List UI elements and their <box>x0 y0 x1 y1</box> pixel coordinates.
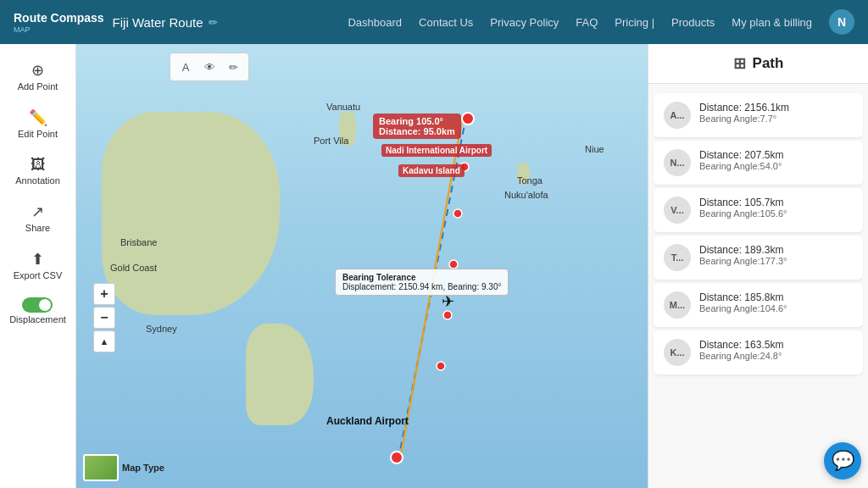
fiji-land <box>432 120 458 137</box>
path-item-distance: Distance: 105.7km <box>699 197 853 208</box>
logo-sub: MAP <box>14 25 104 34</box>
path-item-info: Distance: 2156.1km Bearing Angle:7.7° <box>699 102 853 124</box>
edit-point-icon: ✏️ <box>29 108 47 127</box>
path-list: A... Distance: 2156.1km Bearing Angle:7.… <box>648 84 868 488</box>
nav-products[interactable]: Products <box>671 16 715 29</box>
sidebar-item-share[interactable]: ↗ Share <box>0 196 75 240</box>
waypoint-circle: A... <box>664 102 691 129</box>
path-panel-title: Path <box>753 55 784 72</box>
logo[interactable]: Route Compass MAP <box>14 10 104 34</box>
sidebar-item-export-csv[interactable]: ⬆ Export CSV <box>0 243 75 287</box>
compass-button[interactable]: ▲ <box>93 330 115 352</box>
waypoint-circle: T... <box>664 244 691 271</box>
nav-contact[interactable]: Contact Us <box>419 16 473 29</box>
edit-route-icon[interactable]: ✏ <box>209 16 218 29</box>
path-item-info: Distance: 163.5km Bearing Angle:24.8° <box>699 339 853 361</box>
route-title-text: Fiji Water Route <box>113 15 203 30</box>
export-csv-icon: ⬆ <box>31 250 44 269</box>
sidebar-item-displacement[interactable]: Displacement <box>6 291 70 331</box>
path-list-item: N... Distance: 207.5km Bearing Angle:54.… <box>654 141 863 186</box>
nav-privacy[interactable]: Privacy Policy <box>490 16 559 29</box>
zoom-in-button[interactable]: + <box>93 283 115 305</box>
logo-text: Route Compass <box>14 11 104 25</box>
path-item-bearing: Bearing Angle:24.8° <box>699 351 853 361</box>
path-list-item: M... Distance: 185.8km Bearing Angle:104… <box>654 283 863 328</box>
waypoint-circle: K... <box>664 339 691 366</box>
path-item-distance: Distance: 163.5km <box>699 339 853 351</box>
header-nav: Dashboard Contact Us Privacy Policy FAQ … <box>348 9 854 35</box>
map-type-thumbnail <box>83 454 119 481</box>
map-container[interactable]: ✈ Vanuatu Port Vila Niue Tonga Nuku'alof… <box>76 44 648 488</box>
map-type-label: Map Type <box>122 463 164 473</box>
nav-faq[interactable]: FAQ <box>576 16 598 29</box>
path-item-distance: Distance: 185.8km <box>699 291 853 303</box>
sidebar-label-share: Share <box>25 223 50 233</box>
path-panel: ⊞ Path A... Distance: 2156.1km Bearing A… <box>648 44 868 488</box>
user-avatar[interactable]: N <box>829 9 854 35</box>
nav-billing[interactable]: My plan & billing <box>732 16 812 29</box>
zoom-out-button[interactable]: − <box>93 307 115 329</box>
tonga-land <box>517 163 530 184</box>
toolbar-text-btn[interactable]: A <box>175 57 196 77</box>
add-point-icon: ⊕ <box>31 61 44 80</box>
share-icon: ↗ <box>31 202 44 221</box>
new-zealand-land <box>246 324 314 425</box>
path-item-distance: Distance: 2156.1km <box>699 102 853 114</box>
waypoint-circle: V... <box>664 197 691 224</box>
path-item-info: Distance: 207.5km Bearing Angle:54.0° <box>699 149 853 171</box>
path-list-item: A... Distance: 2156.1km Bearing Angle:7.… <box>654 93 863 138</box>
path-item-bearing: Bearing Angle:177.3° <box>699 256 853 266</box>
path-list-item: V... Distance: 105.7km Bearing Angle:105… <box>654 188 863 233</box>
sidebar-label-displacement: Displacement <box>9 314 66 324</box>
path-item-bearing: Bearing Angle:104.6° <box>699 303 853 313</box>
nav-dashboard[interactable]: Dashboard <box>348 16 402 29</box>
map-type-box[interactable]: Map Type <box>83 454 164 481</box>
path-item-distance: Distance: 189.3km <box>699 244 853 256</box>
waypoint-circle: N... <box>664 149 691 176</box>
path-item-bearing: Bearing Angle:7.7° <box>699 114 853 124</box>
map-toolbar: A 👁 ✏ <box>170 53 249 81</box>
sidebar-label-export-csv: Export CSV <box>14 270 62 280</box>
sidebar-item-add-point[interactable]: ⊕ Add Point <box>0 54 75 98</box>
australia-land <box>102 112 280 315</box>
chat-button[interactable]: 💬 <box>824 442 861 480</box>
sidebar-label-add-point: Add Point <box>18 81 58 92</box>
header-left: Route Compass MAP Fiji Water Route ✏ <box>14 10 218 34</box>
waypoint-circle: M... <box>664 291 691 319</box>
path-item-bearing: Bearing Angle:54.0° <box>699 161 853 171</box>
path-list-item: T... Distance: 189.3km Bearing Angle:177… <box>654 236 863 280</box>
toolbar-edit-btn[interactable]: ✏ <box>223 57 243 77</box>
path-header-icon: ⊞ <box>733 54 746 73</box>
sidebar-label-edit-point: Edit Point <box>18 129 58 139</box>
sidebar-item-edit-point[interactable]: ✏️ Edit Point <box>0 102 75 146</box>
sidebar-label-annotation: Annotation <box>15 175 60 186</box>
path-panel-header: ⊞ Path <box>648 44 868 84</box>
path-item-info: Distance: 189.3km Bearing Angle:177.3° <box>699 244 853 266</box>
sidebar-item-annotation[interactable]: 🖼 Annotation <box>0 149 75 192</box>
toolbar-eye-btn[interactable]: 👁 <box>199 57 220 77</box>
main-content: ⊕ Add Point ✏️ Edit Point 🖼 Annotation ↗… <box>0 44 868 488</box>
path-item-distance: Distance: 207.5km <box>699 149 853 161</box>
route-title-container: Fiji Water Route ✏ <box>113 15 218 30</box>
path-list-item: K... Distance: 163.5km Bearing Angle:24.… <box>654 330 863 375</box>
path-item-info: Distance: 105.7km Bearing Angle:105.6° <box>699 197 853 219</box>
path-item-bearing: Bearing Angle:105.6° <box>699 208 853 219</box>
sidebar: ⊕ Add Point ✏️ Edit Point 🖼 Annotation ↗… <box>0 44 76 488</box>
header: Route Compass MAP Fiji Water Route ✏ Das… <box>0 0 868 44</box>
nav-pricing[interactable]: Pricing | <box>615 16 654 29</box>
displacement-toggle-switch[interactable] <box>22 297 53 313</box>
annotation-icon: 🖼 <box>31 156 46 174</box>
path-item-info: Distance: 185.8km Bearing Angle:104.6° <box>699 291 853 313</box>
vanuatu-land <box>339 112 356 146</box>
